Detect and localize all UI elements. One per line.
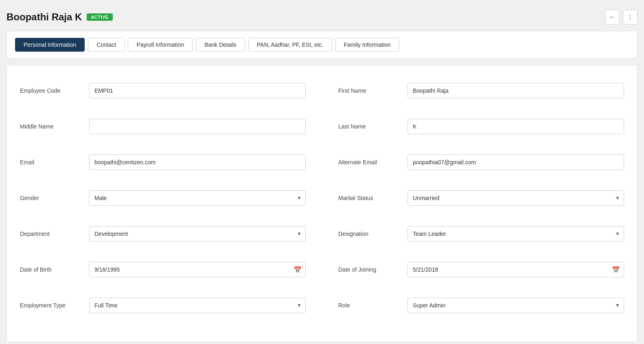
tabs-card: Personal Information Contact Payroll Inf… — [7, 31, 637, 59]
more-options-button[interactable]: ⋮ — [623, 10, 637, 24]
last-name-row: Last Name — [338, 114, 624, 139]
middle-name-input[interactable] — [89, 119, 306, 134]
marital-status-select-wrapper: Unmarried Married Divorced ▼ — [407, 190, 624, 206]
employment-type-select[interactable]: Full Time Part Time Contract — [89, 298, 306, 313]
email-row: Email — [20, 150, 306, 174]
email-input[interactable] — [89, 155, 306, 170]
tab-personal-information[interactable]: Personal Information — [15, 38, 85, 52]
dob-row: Date of Birth 📅 — [20, 257, 306, 282]
role-select[interactable]: Super Admin Admin User — [407, 298, 624, 313]
tab-bank-details[interactable]: Bank Details — [196, 38, 245, 52]
department-row: Department Development HR Finance ▼ — [20, 222, 306, 246]
left-column: Employee Code Middle Name Email Gender — [20, 78, 306, 329]
active-badge: ACTIVE — [87, 13, 112, 21]
designation-row: Designation Team Leader Developer Manage… — [338, 222, 624, 246]
middle-name-label: Middle Name — [20, 123, 89, 130]
department-label: Department — [20, 231, 89, 237]
last-name-label: Last Name — [338, 123, 407, 130]
middle-name-row: Middle Name — [20, 114, 306, 139]
first-name-label: First Name — [338, 87, 407, 94]
tab-family-information[interactable]: Family Information — [335, 38, 399, 52]
alt-email-input[interactable] — [407, 155, 624, 170]
role-label: Role — [338, 302, 407, 309]
role-select-wrapper: Super Admin Admin User ▼ — [407, 298, 624, 313]
last-name-input[interactable] — [407, 119, 624, 134]
doj-input[interactable] — [407, 262, 624, 277]
first-name-input[interactable] — [407, 83, 624, 98]
gender-select-wrapper: Male Female Other ▼ — [89, 190, 306, 206]
employment-type-row: Employment Type Full Time Part Time Cont… — [20, 293, 306, 318]
gender-select[interactable]: Male Female Other — [89, 190, 306, 206]
department-select-wrapper: Development HR Finance ▼ — [89, 226, 306, 242]
gender-label: Gender — [20, 195, 89, 201]
tab-payroll-information[interactable]: Payroll Information — [128, 38, 193, 52]
employment-type-label: Employment Type — [20, 302, 89, 309]
marital-status-row: Marital Status Unmarried Married Divorce… — [338, 186, 624, 210]
marital-status-label: Marital Status — [338, 195, 407, 201]
right-column: First Name Last Name Alternate Email Mar… — [338, 78, 624, 329]
designation-select-wrapper: Team Leader Developer Manager ▼ — [407, 226, 624, 242]
page-container: Boopathi Raja K ACTIVE ← ⋮ Personal Info… — [0, 0, 644, 344]
doj-row: Date of Joining 📅 — [338, 257, 624, 282]
header-left: Boopathi Raja K ACTIVE — [7, 11, 113, 23]
alt-email-label: Alternate Email — [338, 159, 407, 165]
doj-wrapper: 📅 — [407, 262, 624, 277]
header-right: ← ⋮ — [605, 10, 637, 24]
department-select[interactable]: Development HR Finance — [89, 226, 306, 242]
gender-row: Gender Male Female Other ▼ — [20, 186, 306, 210]
page-title: Boopathi Raja K — [7, 11, 82, 23]
employee-code-input[interactable] — [89, 83, 306, 98]
form-card: Employee Code Middle Name Email Gender — [7, 65, 637, 342]
designation-select[interactable]: Team Leader Developer Manager — [407, 226, 624, 242]
back-button[interactable]: ← — [605, 10, 620, 24]
dob-input[interactable] — [89, 262, 306, 277]
email-label: Email — [20, 159, 89, 165]
tab-pan-aadhar[interactable]: PAN, Aadhar, PF, ESI, etc. — [248, 38, 332, 52]
designation-label: Designation — [338, 231, 407, 237]
employee-code-row: Employee Code — [20, 78, 306, 103]
page-header: Boopathi Raja K ACTIVE ← ⋮ — [7, 7, 637, 31]
role-row: Role Super Admin Admin User ▼ — [338, 293, 624, 318]
doj-label: Date of Joining — [338, 266, 407, 273]
tab-contact[interactable]: Contact — [88, 38, 125, 52]
dob-label: Date of Birth — [20, 266, 89, 273]
dob-wrapper: 📅 — [89, 262, 306, 277]
first-name-row: First Name — [338, 78, 624, 103]
employment-type-select-wrapper: Full Time Part Time Contract ▼ — [89, 298, 306, 313]
form-grid: Employee Code Middle Name Email Gender — [20, 78, 624, 329]
employee-code-label: Employee Code — [20, 87, 89, 94]
alt-email-row: Alternate Email — [338, 150, 624, 174]
marital-status-select[interactable]: Unmarried Married Divorced — [407, 190, 624, 206]
